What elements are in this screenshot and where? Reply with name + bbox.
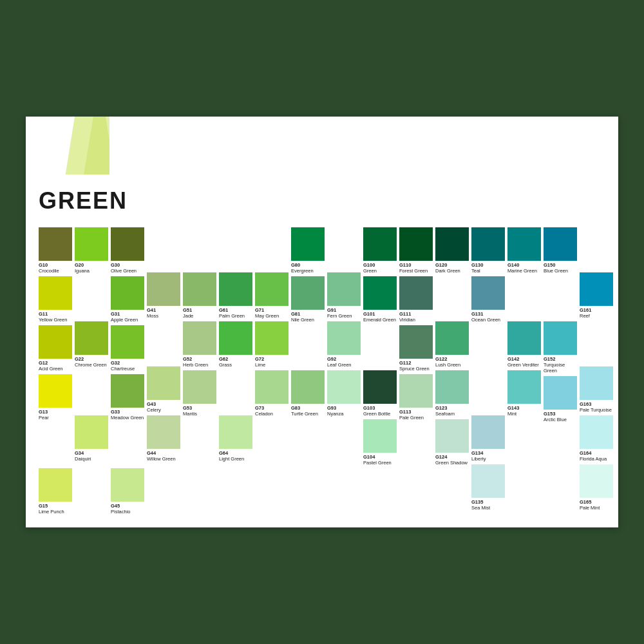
label-G142: G142Green Verditer	[507, 356, 541, 368]
list-item: G83Turtle Green	[291, 370, 325, 417]
swatch-G130	[471, 227, 505, 261]
list-item	[435, 276, 469, 319]
list-item: G165Pale Mint	[580, 464, 613, 511]
label-G140: G140Marine Green	[507, 262, 541, 274]
list-item	[544, 425, 577, 468]
label-G110: G110Forest Green	[399, 262, 433, 274]
list-item: G44Willow Green	[147, 415, 180, 462]
label-G150: G150Blue Green	[544, 262, 577, 274]
label-G32: G32Chartreuse	[111, 360, 144, 372]
list-item: G80Evergreen	[291, 227, 325, 274]
swatch-G33	[111, 374, 144, 408]
label-G15: G15Lime Punch	[39, 503, 72, 515]
logo-mark	[64, 117, 109, 175]
label-G143: G143Mint	[507, 405, 541, 417]
list-item: G64Light Green	[219, 415, 252, 462]
swatch-G45	[111, 468, 144, 502]
list-item: G142Green Verditer	[507, 321, 541, 368]
swatch-G153	[544, 376, 577, 410]
label-G51: G51Jade	[183, 307, 216, 319]
swatch-G81	[291, 276, 325, 310]
label-G45: G45Pistachio	[111, 503, 144, 515]
column-col11: G110Forest GreenG111ViridianG112Spruce G…	[399, 227, 433, 515]
swatch-G32	[111, 325, 144, 359]
column-col3: G30Olive GreenG31Apple GreenG32Chartreus…	[111, 227, 144, 515]
list-item: G112Spruce Green	[399, 325, 433, 372]
swatch-G165	[580, 464, 613, 498]
column-col6: G61Palm GreenG62GrassG64Light Green	[219, 227, 252, 515]
label-G12: G12Acid Green	[39, 360, 72, 372]
list-item	[399, 423, 433, 466]
swatch-G64	[219, 415, 252, 449]
label-G62: G62Grass	[219, 356, 252, 368]
swatch-G101	[363, 276, 397, 310]
list-item	[219, 464, 252, 507]
list-item	[507, 276, 541, 319]
label-G113: G113Pale Green	[399, 409, 433, 421]
label-G83: G83Turtle Green	[291, 405, 325, 417]
label-G61: G61Palm Green	[219, 307, 252, 319]
list-item	[471, 325, 505, 368]
list-item	[39, 423, 72, 466]
list-item	[219, 370, 252, 413]
label-G100: G100Green	[363, 262, 397, 274]
label-G53: G53Mantis	[183, 405, 216, 417]
swatch-G34	[75, 415, 108, 449]
list-item	[291, 419, 325, 462]
swatch-G120	[435, 227, 469, 261]
swatch-G163	[580, 366, 613, 400]
list-item: G30Olive Green	[111, 227, 144, 274]
list-item	[111, 423, 144, 466]
list-item: G143Mint	[507, 370, 541, 417]
swatch-G10	[39, 227, 72, 261]
list-item: G71May Green	[255, 272, 289, 319]
swatch-G142	[507, 321, 541, 355]
list-item: G135Sea Mist	[471, 464, 505, 511]
column-col13: G130TealG131Ocean GreenG134LibertyG135Se…	[471, 227, 505, 515]
label-G13: G13Pear	[39, 409, 72, 421]
list-item	[147, 227, 180, 270]
swatch-G72	[255, 321, 289, 355]
label-G52: G52Herb Green	[183, 356, 216, 368]
swatch-G20	[75, 227, 108, 261]
list-item	[327, 419, 361, 462]
swatch-G61	[219, 272, 252, 306]
swatch-G83	[291, 370, 325, 404]
list-item	[183, 464, 216, 507]
list-item: G45Pistachio	[111, 468, 144, 515]
label-G41: G41Moss	[147, 307, 180, 319]
list-item	[219, 227, 252, 270]
list-item: G124Green Shadow	[435, 419, 469, 466]
label-G135: G135Sea Mist	[471, 499, 505, 511]
label-G165: G165Pale Mint	[580, 499, 613, 511]
swatch-G122	[435, 321, 469, 355]
label-G124: G124Green Shadow	[435, 454, 469, 466]
list-item: G113Pale Green	[399, 374, 433, 421]
column-col16: G161ReefG163Pale TurquoiseG164Florida Aq…	[580, 227, 613, 515]
list-item	[363, 325, 397, 368]
label-G103: G103Green Bottle	[363, 405, 397, 417]
swatch-G13	[39, 374, 72, 408]
list-item: G72Lime	[255, 321, 289, 368]
label-G123: G123Seafoam	[435, 405, 469, 417]
list-item: G34Daiquiri	[75, 415, 108, 462]
list-item	[471, 370, 505, 413]
swatch-G15	[39, 468, 72, 502]
swatch-G51	[183, 272, 216, 306]
list-item: G33Meadow Green	[111, 374, 144, 421]
list-item: G31Apple Green	[111, 276, 144, 323]
label-G33: G33Meadow Green	[111, 409, 144, 421]
list-item	[291, 464, 325, 507]
list-item: G51Jade	[183, 272, 216, 319]
list-item: G10Crocodile	[39, 227, 72, 274]
swatch-G143	[507, 370, 541, 404]
swatch-G135	[471, 464, 505, 498]
list-item: G41Moss	[147, 272, 180, 319]
list-item	[507, 464, 541, 507]
label-G64: G64Light Green	[219, 450, 252, 462]
list-item: G92Leaf Green	[327, 321, 361, 368]
list-item	[291, 325, 325, 368]
column-col15: G150Blue GreenG152Turquoise GreenG153Arc…	[544, 227, 577, 515]
list-item	[435, 468, 469, 511]
label-G80: G80Evergreen	[291, 262, 325, 274]
